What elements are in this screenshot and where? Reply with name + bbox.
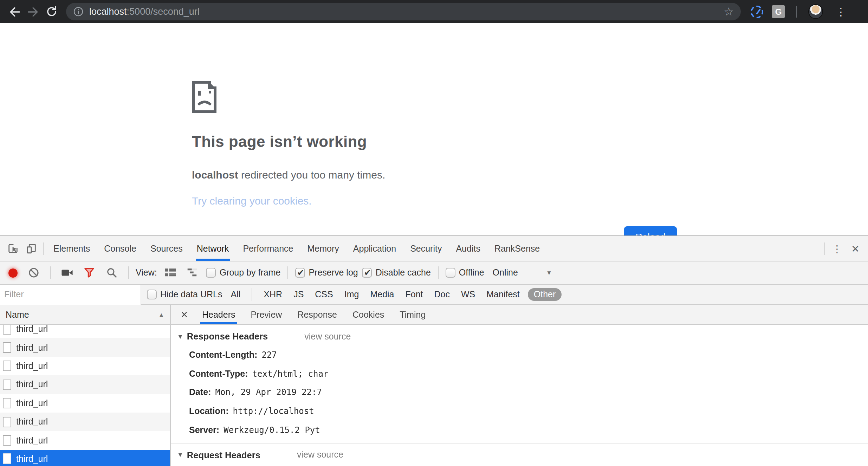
forward-arrow-icon: [26, 5, 40, 19]
g-extension-icon[interactable]: G: [772, 5, 785, 18]
capture-screenshots-button[interactable]: [58, 264, 76, 282]
file-icon: [3, 416, 11, 427]
detail-tab-timing[interactable]: Timing: [393, 305, 433, 324]
request-row[interactable]: third_url: [0, 325, 170, 338]
filter-type-xhr[interactable]: XHR: [261, 288, 285, 301]
inspect-element-button[interactable]: [4, 239, 22, 258]
clear-cookies-link[interactable]: Try clearing your cookies.: [192, 195, 677, 207]
filter-type-ws[interactable]: WS: [458, 288, 478, 301]
reload-button[interactable]: [42, 2, 60, 21]
reload-icon: [45, 5, 58, 18]
info-icon[interactable]: [73, 6, 84, 17]
search-button[interactable]: [103, 264, 121, 282]
offline-checkbox[interactable]: Offline: [446, 268, 484, 278]
name-column-header[interactable]: Name ▲: [0, 305, 170, 325]
network-filter-bar: Hide data URLs All XHR JS CSS Img Media …: [0, 285, 868, 305]
tab-application[interactable]: Application: [346, 236, 403, 261]
hide-data-urls-checkbox[interactable]: Hide data URLs: [147, 290, 222, 299]
forward-button[interactable]: [24, 2, 42, 21]
devtools-close-icon[interactable]: ✕: [846, 239, 864, 258]
tab-security[interactable]: Security: [403, 236, 449, 261]
chevron-down-icon[interactable]: ▼: [546, 269, 552, 276]
request-name: third_url: [16, 435, 48, 445]
filter-type-js[interactable]: JS: [291, 288, 306, 301]
preserve-log-checkbox[interactable]: Preserve log: [295, 268, 358, 278]
disable-cache-checkbox[interactable]: Disable cache: [362, 268, 431, 278]
request-name: third_url: [16, 399, 48, 408]
column-header-label: Name: [6, 310, 29, 319]
group-by-frame-checkbox[interactable]: Group by frame: [206, 268, 281, 278]
detail-tab-preview[interactable]: Preview: [244, 305, 289, 324]
profile-avatar[interactable]: [808, 4, 823, 19]
throttling-select[interactable]: Online: [493, 268, 518, 278]
tab-sources[interactable]: Sources: [143, 236, 190, 261]
address-bar[interactable]: localhost:5000/second_url ☆: [66, 3, 741, 20]
device-toolbar-button[interactable]: [22, 239, 40, 258]
request-rows: third_url third_url third_url third_url …: [0, 325, 170, 466]
filter-type-manifest[interactable]: Manifest: [484, 288, 523, 301]
filter-type-font[interactable]: Font: [403, 288, 426, 301]
checkbox-checked-icon: [295, 268, 305, 278]
detail-close-icon[interactable]: ✕: [175, 305, 194, 324]
filter-type-media[interactable]: Media: [367, 288, 397, 301]
bookmark-star-icon[interactable]: ☆: [724, 6, 734, 17]
detail-tab-cookies[interactable]: Cookies: [345, 305, 391, 324]
filter-toggle-button[interactable]: [80, 264, 98, 282]
disclosure-triangle-icon[interactable]: ▼: [177, 333, 183, 340]
filter-type-css[interactable]: CSS: [312, 288, 336, 301]
request-detail-pane: ✕ Headers Preview Response Cookies Timin…: [171, 305, 868, 466]
record-button[interactable]: [8, 268, 18, 277]
back-button[interactable]: [6, 2, 24, 21]
header-entry: Content-Type:text/html; char: [171, 364, 868, 383]
tab-label: Cookies: [352, 310, 384, 319]
use-large-rows-button[interactable]: [161, 264, 180, 282]
filter-type-img[interactable]: Img: [342, 288, 362, 301]
view-label: View:: [136, 268, 157, 278]
toolbar-separator: [287, 266, 288, 279]
response-headers-title[interactable]: Response Headers: [187, 331, 268, 342]
tab-label: Timing: [400, 310, 426, 319]
checkbox-unchecked-icon: [446, 268, 455, 278]
tab-network[interactable]: Network: [190, 236, 236, 261]
show-overview-button[interactable]: [184, 264, 202, 282]
header-value: 227: [261, 350, 277, 360]
tab-memory[interactable]: Memory: [300, 236, 346, 261]
network-toolbar: View: Group by frame Preserve log Disabl…: [0, 261, 868, 285]
tab-label: Application: [353, 244, 396, 253]
devtools-menu-kebab-icon[interactable]: ⋮: [828, 239, 846, 258]
gauge-extension-icon[interactable]: [751, 5, 763, 18]
header-name: Location:: [189, 406, 229, 416]
request-row[interactable]: third_url: [0, 394, 170, 413]
detail-tab-headers[interactable]: Headers: [195, 305, 242, 324]
section-divider: [171, 443, 868, 444]
browser-menu-kebab-icon[interactable]: ⋮: [831, 5, 850, 18]
detail-tab-response[interactable]: Response: [290, 305, 344, 324]
tab-performance[interactable]: Performance: [236, 236, 300, 261]
filter-input[interactable]: [0, 284, 141, 305]
request-row[interactable]: third_url: [0, 413, 170, 431]
disclosure-triangle-icon[interactable]: ▼: [177, 452, 183, 459]
tab-elements[interactable]: Elements: [46, 236, 97, 261]
clear-button[interactable]: [25, 264, 43, 282]
request-row[interactable]: third_url: [0, 375, 170, 394]
request-name: third_url: [16, 343, 48, 352]
inspect-cursor-icon: [7, 242, 19, 254]
tab-audits[interactable]: Audits: [449, 236, 487, 261]
view-source-link[interactable]: view source: [304, 331, 351, 341]
filter-type-doc[interactable]: Doc: [432, 288, 453, 301]
filter-type-other[interactable]: Other: [528, 288, 562, 301]
search-icon: [106, 267, 117, 278]
header-entry: Content-Length:227: [171, 346, 868, 364]
filter-type-all[interactable]: All: [228, 288, 244, 301]
request-row[interactable]: third_url: [0, 357, 170, 376]
tab-label: Performance: [243, 244, 293, 253]
header-value: http://localhost: [233, 406, 314, 416]
request-row[interactable]: third_url: [0, 431, 170, 450]
file-icon: [3, 398, 11, 409]
view-source-link[interactable]: view source: [297, 450, 343, 460]
request-headers-title[interactable]: Request Headers: [187, 450, 260, 460]
tab-ranksense[interactable]: RankSense: [487, 236, 547, 261]
tab-console[interactable]: Console: [97, 236, 143, 261]
request-row[interactable]: third_url: [0, 338, 170, 357]
request-row-selected[interactable]: third_url: [0, 449, 170, 466]
